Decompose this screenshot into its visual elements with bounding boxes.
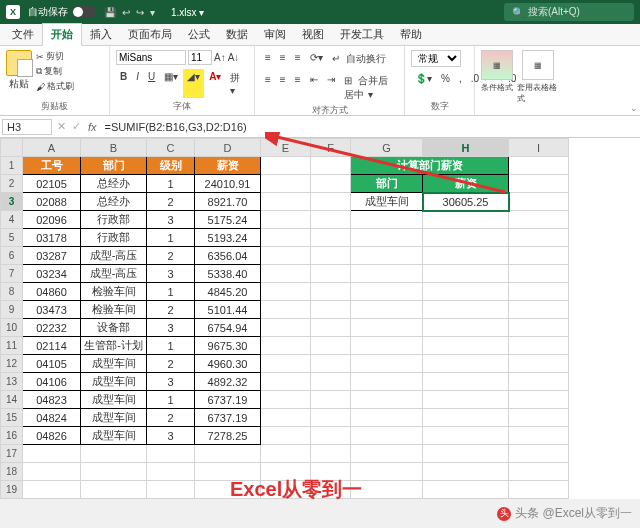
cell-D8[interactable]: 4845.20 xyxy=(195,283,261,301)
col-header-G[interactable]: G xyxy=(351,139,423,157)
cell-F15[interactable] xyxy=(311,409,351,427)
cell-A3[interactable]: 02088 xyxy=(23,193,81,211)
cell-F11[interactable] xyxy=(311,337,351,355)
cell-I19[interactable] xyxy=(509,481,569,499)
cell-G9[interactable] xyxy=(351,301,423,319)
comma-icon[interactable]: , xyxy=(455,71,466,86)
col-header-E[interactable]: E xyxy=(261,139,311,157)
search-box[interactable]: 🔍 搜索(Alt+Q) xyxy=(504,3,634,21)
cell-B15[interactable]: 成型车间 xyxy=(81,409,147,427)
align-center-icon[interactable]: ≡ xyxy=(276,72,290,104)
cell-A18[interactable] xyxy=(23,463,81,481)
cell-E15[interactable] xyxy=(261,409,311,427)
cell-B2[interactable]: 总经办 xyxy=(81,175,147,193)
cell-B9[interactable]: 检验车间 xyxy=(81,301,147,319)
cell-D15[interactable]: 6737.19 xyxy=(195,409,261,427)
cell-D7[interactable]: 5338.40 xyxy=(195,265,261,283)
cell-G3[interactable]: 成型车间 xyxy=(351,193,423,211)
cell-B13[interactable]: 成型车间 xyxy=(81,373,147,391)
cell-A15[interactable]: 04824 xyxy=(23,409,81,427)
row-header-14[interactable]: 14 xyxy=(1,391,23,409)
underline-button[interactable]: U xyxy=(144,69,159,98)
col-header-C[interactable]: C xyxy=(147,139,195,157)
row-header-4[interactable]: 4 xyxy=(1,211,23,229)
cell-F6[interactable] xyxy=(311,247,351,265)
cell-E9[interactable] xyxy=(261,301,311,319)
cell-I16[interactable] xyxy=(509,427,569,445)
cell-C7[interactable]: 3 xyxy=(147,265,195,283)
cell-H16[interactable] xyxy=(423,427,509,445)
cell-A4[interactable]: 02096 xyxy=(23,211,81,229)
save-icon[interactable]: 💾 xyxy=(104,7,116,18)
col-header-D[interactable]: D xyxy=(195,139,261,157)
cell-B10[interactable]: 设备部 xyxy=(81,319,147,337)
row-header-17[interactable]: 17 xyxy=(1,445,23,463)
cell-C19[interactable] xyxy=(147,481,195,499)
cell-G11[interactable] xyxy=(351,337,423,355)
align-top-icon[interactable]: ≡ xyxy=(261,50,275,68)
cell-D4[interactable]: 5175.24 xyxy=(195,211,261,229)
cell-H11[interactable] xyxy=(423,337,509,355)
cell-I9[interactable] xyxy=(509,301,569,319)
cell-B17[interactable] xyxy=(81,445,147,463)
align-middle-icon[interactable]: ≡ xyxy=(276,50,290,68)
qat-more-icon[interactable]: ▾ xyxy=(150,7,155,18)
cell-D12[interactable]: 4960.30 xyxy=(195,355,261,373)
cell-G4[interactable] xyxy=(351,211,423,229)
cell-F16[interactable] xyxy=(311,427,351,445)
row-header-1[interactable]: 1 xyxy=(1,157,23,175)
cell-D6[interactable]: 6356.04 xyxy=(195,247,261,265)
cell-E1[interactable] xyxy=(261,157,311,175)
cell-A14[interactable]: 04823 xyxy=(23,391,81,409)
cell-C1[interactable]: 级别 xyxy=(147,157,195,175)
row-header-11[interactable]: 11 xyxy=(1,337,23,355)
increase-font-icon[interactable]: A↑ xyxy=(214,52,226,63)
col-header-H[interactable]: H xyxy=(423,139,509,157)
cell-D10[interactable]: 6754.94 xyxy=(195,319,261,337)
cell-B6[interactable]: 成型-高压 xyxy=(81,247,147,265)
cancel-formula-icon[interactable]: ✕ xyxy=(54,120,69,133)
cell-A5[interactable]: 03178 xyxy=(23,229,81,247)
cell-F1[interactable] xyxy=(311,157,351,175)
cell-A1[interactable]: 工号 xyxy=(23,157,81,175)
tab-文件[interactable]: 文件 xyxy=(4,24,42,45)
cell-C13[interactable]: 3 xyxy=(147,373,195,391)
cell-H8[interactable] xyxy=(423,283,509,301)
cell-A11[interactable]: 02114 xyxy=(23,337,81,355)
fill-color-button[interactable]: ◢▾ xyxy=(183,69,204,98)
cell-F2[interactable] xyxy=(311,175,351,193)
cell-I8[interactable] xyxy=(509,283,569,301)
row-header-5[interactable]: 5 xyxy=(1,229,23,247)
cell-A10[interactable]: 02232 xyxy=(23,319,81,337)
cell-A2[interactable]: 02105 xyxy=(23,175,81,193)
cell-B19[interactable] xyxy=(81,481,147,499)
cell-C14[interactable]: 1 xyxy=(147,391,195,409)
cell-I3[interactable] xyxy=(509,193,569,211)
cell-I4[interactable] xyxy=(509,211,569,229)
undo-icon[interactable]: ↩ xyxy=(122,7,130,18)
cell-G5[interactable] xyxy=(351,229,423,247)
cell-E10[interactable] xyxy=(261,319,311,337)
cell-I13[interactable] xyxy=(509,373,569,391)
cell-G6[interactable] xyxy=(351,247,423,265)
cell-B11[interactable]: 生管部-计划 xyxy=(81,337,147,355)
cell-C4[interactable]: 3 xyxy=(147,211,195,229)
decrease-font-icon[interactable]: A↓ xyxy=(228,52,240,63)
orientation-icon[interactable]: ⟳▾ xyxy=(306,50,327,68)
row-header-15[interactable]: 15 xyxy=(1,409,23,427)
row-header-19[interactable]: 19 xyxy=(1,481,23,499)
cell-A8[interactable]: 04860 xyxy=(23,283,81,301)
paste-button[interactable]: 粘贴 xyxy=(6,50,32,91)
cell-B4[interactable]: 行政部 xyxy=(81,211,147,229)
cell-F13[interactable] xyxy=(311,373,351,391)
cut-button[interactable]: ✂ 剪切 xyxy=(36,50,74,63)
autosave-toggle[interactable]: 自动保存 xyxy=(28,5,96,19)
cell-D16[interactable]: 7278.25 xyxy=(195,427,261,445)
cell-E8[interactable] xyxy=(261,283,311,301)
cell-E13[interactable] xyxy=(261,373,311,391)
bold-button[interactable]: B xyxy=(116,69,131,98)
cell-C15[interactable]: 2 xyxy=(147,409,195,427)
cell-B18[interactable] xyxy=(81,463,147,481)
cell-A19[interactable] xyxy=(23,481,81,499)
conditional-format-button[interactable]: ▦ 条件格式 xyxy=(481,50,513,93)
